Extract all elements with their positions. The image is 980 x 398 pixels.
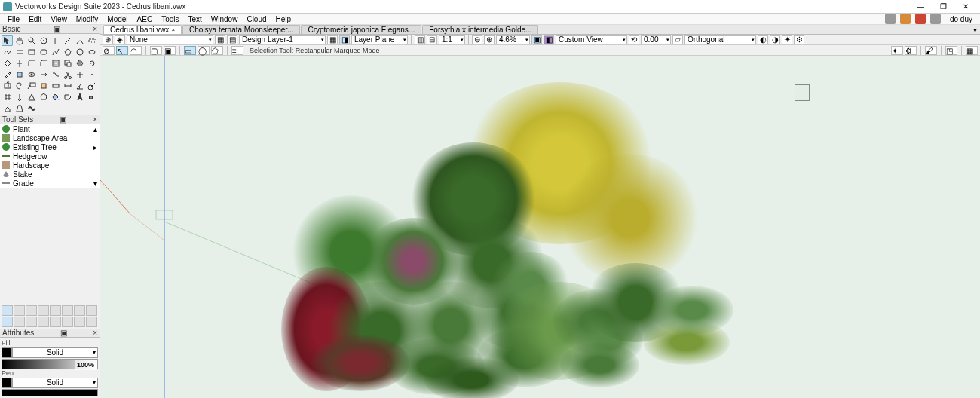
zoom-in-icon[interactable]: ⊕	[484, 35, 495, 44]
arc-tool[interactable]	[74, 35, 85, 46]
radial-dim-tool[interactable]	[86, 81, 97, 91]
pen-type-select[interactable]: Solid	[12, 378, 98, 388]
grade-tool[interactable]: Grade▾	[0, 179, 100, 188]
rectangle-tool[interactable]	[26, 47, 37, 57]
polyline-tool[interactable]	[50, 47, 61, 57]
attributes-header[interactable]: Attributes ▣ ×	[0, 329, 100, 338]
scale-bar-tool[interactable]	[86, 92, 97, 103]
menu-aec[interactable]: AEC	[133, 15, 158, 23]
menu-file[interactable]: File	[3, 15, 24, 23]
scale-select[interactable]: 1:1	[439, 35, 465, 44]
close-panel-icon[interactable]: ×	[93, 329, 97, 337]
disabled-mode-icon[interactable]: ⊘	[103, 46, 115, 55]
projection-select[interactable]: Orthogonal	[684, 35, 756, 44]
visibility-tool[interactable]	[26, 69, 37, 80]
move-by-points-tool[interactable]	[38, 69, 49, 80]
chamfer-tool[interactable]	[38, 58, 49, 69]
hardscape-tool[interactable]: Hardscape	[0, 161, 100, 170]
fence-mode-icon[interactable]: ▣	[164, 46, 176, 55]
menu-tools[interactable]: Tools	[157, 15, 183, 23]
push-pull-tool[interactable]	[2, 103, 13, 114]
minimize-button[interactable]: —	[909, 2, 932, 11]
grid-tool[interactable]	[2, 92, 13, 103]
connect-combine-tool[interactable]	[50, 69, 61, 80]
taper-face-tool[interactable]	[14, 103, 25, 114]
saved-view-icon[interactable]: ▥	[415, 35, 425, 44]
zoom-tool[interactable]	[26, 35, 37, 46]
symbol-tool[interactable]	[38, 81, 49, 91]
flyover-tool[interactable]	[38, 35, 49, 46]
dims-notes-set[interactable]	[50, 305, 61, 316]
scroll-down-icon[interactable]: ▾	[93, 179, 97, 188]
search-icon[interactable]	[900, 14, 911, 24]
expand-icon[interactable]: ▣	[60, 115, 66, 124]
lighting-icon[interactable]: ☀	[782, 35, 792, 44]
building-shell-set[interactable]	[14, 305, 25, 316]
elide-tool[interactable]	[86, 35, 97, 46]
close-panel-icon[interactable]: ×	[93, 25, 97, 33]
line-weight-bar[interactable]	[2, 389, 98, 396]
menu-window[interactable]: Window	[207, 15, 243, 23]
plane-icon[interactable]: ◨	[339, 35, 350, 44]
space-planning-set[interactable]	[26, 317, 37, 327]
fill-type-select[interactable]: Solid	[12, 347, 98, 358]
layer-icon[interactable]: ▤	[227, 35, 237, 44]
zoom-out-icon[interactable]: ⊖	[472, 35, 482, 44]
rect-marquee-mode[interactable]: ▭	[184, 46, 196, 55]
lasso-mode[interactable]: ◠	[130, 46, 142, 55]
doc-tab-forsythia[interactable]: Forsythia x intermedia Golde...	[422, 25, 538, 34]
3d-modeling-set[interactable]	[2, 317, 13, 327]
unified-view-icon[interactable]: ◧	[544, 35, 554, 44]
drafting-set[interactable]	[86, 317, 97, 327]
class-select[interactable]: None	[127, 35, 213, 44]
magic-wand-icon[interactable]: ✦	[891, 46, 903, 55]
irrigation-set[interactable]	[62, 305, 73, 316]
fit-objects-icon[interactable]: ▣	[531, 35, 542, 44]
expand-icon[interactable]: ▣	[60, 329, 67, 337]
menu-model[interactable]: Model	[103, 15, 132, 23]
close-button[interactable]: ✕	[954, 2, 977, 11]
selection-tool[interactable]	[2, 35, 13, 46]
doc-tab-cedrus[interactable]: Cedrus libani.vwx×	[103, 25, 182, 34]
zoom-select[interactable]: 4.6%	[496, 35, 530, 44]
drawing-canvas[interactable]	[100, 56, 980, 398]
triangle-tool[interactable]	[26, 92, 37, 103]
scroll-up-icon[interactable]: ▴	[93, 125, 97, 133]
attribute-mapping-tool[interactable]	[14, 69, 25, 80]
walls-set[interactable]	[14, 317, 25, 327]
line-tool[interactable]	[62, 35, 73, 46]
mirror-tool[interactable]	[74, 58, 85, 69]
rotate-tool[interactable]	[86, 58, 97, 69]
wall-tool[interactable]	[50, 81, 61, 91]
data-tag-tool[interactable]	[62, 92, 73, 103]
tabs-menu-icon[interactable]: ▾	[973, 26, 977, 34]
render-background-icon[interactable]: ◑	[770, 35, 780, 44]
plant-object[interactable]	[651, 286, 733, 335]
menu-edit[interactable]: Edit	[24, 15, 46, 23]
stake-tool[interactable]: Stake	[0, 170, 100, 179]
layer-select[interactable]: Design Layer-1	[239, 35, 326, 44]
clip-cube-icon[interactable]: ◳	[945, 46, 957, 55]
multiview-icon[interactable]: ▦	[966, 46, 978, 55]
close-tab-icon[interactable]: ×	[171, 26, 175, 33]
plant-object[interactable]	[560, 342, 639, 387]
settings-gear-icon[interactable]: ⚙	[905, 46, 917, 55]
class-options-icon[interactable]: ▦	[215, 35, 225, 44]
menu-help[interactable]: Help	[271, 15, 296, 23]
paint-bucket-tool[interactable]	[50, 92, 61, 103]
preferences-icon[interactable]: ≡	[231, 46, 243, 55]
pan-tool[interactable]	[14, 35, 25, 46]
eyedropper-tool[interactable]	[2, 69, 13, 80]
mep-set[interactable]	[38, 317, 49, 327]
plane-select[interactable]: Layer Plane	[351, 35, 408, 44]
render-settings-icon[interactable]: ⚙	[794, 35, 804, 44]
oval-tool[interactable]	[86, 47, 97, 57]
perspective-icon[interactable]: ▱	[672, 35, 683, 44]
rotate-view-icon[interactable]: ⟲	[629, 35, 639, 44]
class-icon[interactable]: ◈	[115, 35, 125, 44]
text-tool[interactable]: T	[50, 35, 61, 46]
maximize-button[interactable]: ❐	[932, 2, 954, 11]
fastener-set[interactable]	[62, 317, 73, 327]
dimension-tool[interactable]	[62, 81, 73, 91]
hedgerow-tool[interactable]: Hedgerow	[0, 152, 100, 161]
